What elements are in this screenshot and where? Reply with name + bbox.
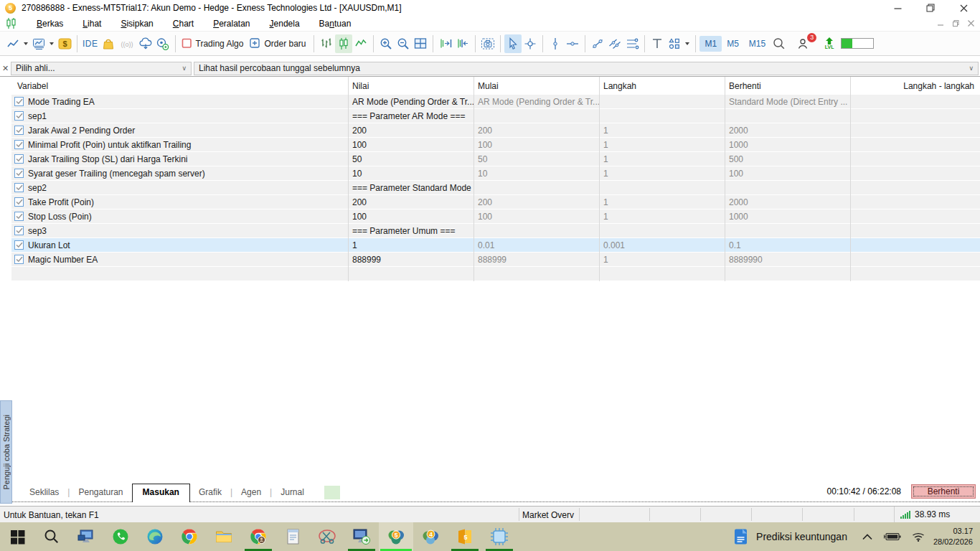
param-step[interactable]: 0.001 [599, 240, 725, 250]
tab-masukan[interactable]: Masukan [132, 484, 190, 502]
objects-button[interactable] [666, 34, 683, 53]
tab-agen[interactable]: Agen [232, 484, 270, 501]
new-chart-dropdown[interactable] [24, 42, 28, 45]
param-step[interactable]: 1 [599, 154, 725, 164]
menu-jendela[interactable]: Jendela [270, 19, 300, 29]
battery-icon[interactable] [884, 532, 901, 542]
connection-status[interactable]: 38.93 ms [894, 507, 980, 522]
param-value[interactable]: === Parameter Umum === [348, 226, 473, 236]
crosshair-button[interactable] [522, 34, 539, 53]
param-stop[interactable]: 100 [725, 169, 850, 179]
menu-bantuan[interactable]: Bantuan [319, 19, 352, 29]
chrome-icon[interactable] [172, 522, 207, 551]
col-mulai[interactable]: Mulai [478, 81, 499, 91]
chrome-profile-icon[interactable] [241, 522, 275, 551]
wifi-icon[interactable] [912, 532, 925, 542]
hidden-icons-chevron[interactable] [862, 532, 873, 541]
vertical-line-button[interactable] [547, 34, 564, 53]
param-start[interactable]: 50 [473, 154, 599, 164]
remote-desktop-icon[interactable] [344, 522, 379, 551]
param-value[interactable]: 200 [348, 126, 473, 136]
param-value[interactable]: 10 [348, 169, 473, 179]
community-button[interactable]: 3 [795, 34, 812, 53]
param-value[interactable]: 100 [348, 212, 473, 222]
trendline-button[interactable] [589, 34, 606, 53]
text-label-button[interactable] [649, 34, 666, 53]
levels-button[interactable]: LVL [821, 34, 838, 53]
whatsapp-icon[interactable] [103, 522, 138, 551]
param-stop[interactable]: Standard Mode (Direct Entry ... [725, 97, 850, 107]
param-value[interactable]: AR Mode (Pending Order & Tr... [348, 97, 473, 107]
table-row[interactable]: Take Profit (Poin) 200 200 1 2000 [11, 195, 980, 209]
snipping-tool-icon[interactable] [310, 522, 344, 551]
param-stop[interactable]: 8889990 [725, 255, 850, 265]
table-row[interactable]: Magic Number EA 888999 888999 1 8889990 [11, 253, 980, 266]
param-start[interactable]: 100 [473, 212, 599, 222]
table-row[interactable]: sep3 === Parameter Umum === [11, 224, 980, 237]
param-value[interactable]: 50 [348, 154, 473, 164]
menu-peralatan[interactable]: Peralatan [213, 19, 250, 29]
tab-grafik[interactable]: Grafik [190, 484, 230, 501]
table-row[interactable]: sep1 === Parameter AR Mode === [11, 109, 980, 123]
market-overview-cell[interactable]: Market Overv [522, 510, 577, 520]
param-start[interactable]: AR Mode (Pending Order & Tr... [473, 97, 599, 107]
row-checkbox[interactable] [14, 255, 24, 264]
param-stop[interactable]: 1000 [725, 212, 850, 222]
param-stop[interactable]: 1000 [725, 140, 850, 150]
menu-berkas[interactable]: Berkas [37, 19, 63, 29]
file-explorer-icon[interactable] [207, 522, 241, 551]
zoom-in-button[interactable] [377, 34, 395, 53]
param-value[interactable]: 888999 [348, 255, 473, 265]
timeframe-m15-button[interactable]: M15 [744, 36, 771, 52]
close-button[interactable] [947, 0, 980, 16]
menu-sisipkan[interactable]: Sisipkan [121, 19, 153, 29]
shift-chart-end-button[interactable] [437, 34, 454, 53]
param-stop[interactable]: 0.1 [725, 240, 850, 250]
table-row[interactable]: Syarat geser Trailing (mencegah spam ser… [11, 166, 980, 180]
row-checkbox[interactable] [14, 154, 24, 164]
param-step[interactable]: 1 [599, 197, 725, 207]
vps-chip-icon[interactable] [482, 522, 517, 551]
taskbar-clock[interactable]: 03.17 28/02/2026 [933, 526, 973, 547]
param-stop[interactable]: 500 [725, 154, 850, 164]
bar-chart-button[interactable] [318, 34, 335, 53]
child-close-button[interactable] [968, 19, 974, 29]
equidistant-channel-button[interactable] [623, 34, 641, 53]
new-chart-button[interactable] [4, 34, 22, 53]
metaeditor5-icon[interactable]: 5 [448, 522, 482, 551]
row-checkbox[interactable] [14, 140, 24, 149]
ide-button[interactable]: IDE [81, 34, 100, 53]
stop-button[interactable]: Berhenti [911, 484, 976, 499]
menu-lihat[interactable]: Lihat [83, 19, 101, 29]
table-row[interactable]: Jarak Awal 2 Pending Order 200 200 1 200… [11, 123, 980, 137]
signals-button[interactable]: ((o)) [117, 34, 137, 53]
shift-chart-start-button[interactable] [454, 34, 471, 53]
row-checkbox[interactable] [14, 97, 24, 106]
market-watch-button[interactable] [30, 34, 47, 53]
tester-close-icon[interactable]: ✕ [0, 64, 11, 73]
algo-trading-toggle[interactable]: Trading Algo [179, 34, 248, 53]
tray-notification[interactable]: Prediksi keuntungan [725, 522, 856, 551]
new-order-button[interactable]: Order baru [248, 34, 310, 53]
param-value[interactable]: === Parameter Standard Mode === [348, 183, 473, 193]
results-select[interactable]: Lihat hasil percobaan tunggal sebelumnya… [194, 62, 979, 75]
param-step[interactable]: 1 [599, 140, 725, 150]
channel-button[interactable] [606, 34, 623, 53]
line-chart-button[interactable] [352, 34, 369, 53]
cursor-button[interactable] [504, 34, 522, 53]
col-variabel[interactable]: Variabel [17, 81, 48, 91]
timeframe-m1-button[interactable]: M1 [699, 36, 722, 52]
param-step[interactable]: 1 [599, 212, 725, 222]
row-checkbox[interactable] [14, 226, 24, 235]
objects-dropdown[interactable] [685, 42, 689, 45]
notepad-icon[interactable] [275, 522, 310, 551]
row-checkbox[interactable] [14, 212, 24, 221]
tab-pengaturan[interactable]: Pengaturan [70, 484, 131, 501]
zoom-out-button[interactable] [395, 34, 412, 53]
tab-seklilas[interactable]: Seklilas [21, 484, 67, 501]
deposit-button[interactable]: $ [56, 34, 73, 53]
row-checkbox[interactable] [14, 126, 24, 135]
row-checkbox[interactable] [14, 240, 24, 250]
col-langkah-langkah[interactable]: Langkah - langkah [903, 81, 974, 91]
table-row[interactable]: Minimal Profit (Poin) untuk aktifkan Tra… [11, 138, 980, 151]
